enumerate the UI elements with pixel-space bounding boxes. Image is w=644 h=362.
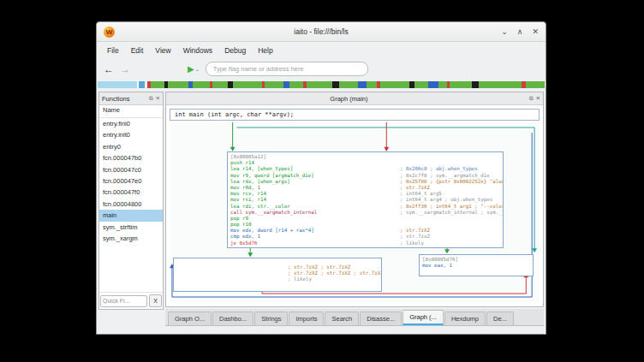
asm-line[interactable]: push r14 xyxy=(230,160,500,166)
asm-instruction[interactable]: je 0x5d76 xyxy=(230,240,257,246)
functions-panel: Functions ⧉ ✕ Name entry.fini0entry.init… xyxy=(98,92,164,310)
asm-instruction[interactable]: cmp edx, 1 xyxy=(230,234,260,239)
asm-instruction[interactable]: mov r8d, 1 xyxy=(230,185,260,190)
play-icon: ▶ xyxy=(188,64,194,74)
basic-block-target[interactable]: [0x00005d76] mov eax, 1 xyxy=(419,254,534,276)
asm-line[interactable]: lea rdi, str.__color; 0x2ff38 ; int64_t … xyxy=(230,204,500,210)
menu-item-file[interactable]: File xyxy=(101,45,125,56)
asm-line[interactable]: mov rsi, r14; int64_t arg4 ; obj.when_ty… xyxy=(230,197,500,203)
asm-instruction[interactable]: lea rdx, [when_args] xyxy=(230,179,290,184)
close-icon[interactable]: ✕ xyxy=(532,23,539,40)
seekbar-segment xyxy=(265,81,283,88)
titlebar[interactable]: W iaito - file:///bin/ls ⌄ ∧ ✕ xyxy=(97,22,546,42)
bottom-tab[interactable]: Graph (... xyxy=(402,310,444,325)
seekbar[interactable] xyxy=(98,81,545,88)
left-column: Functions ⧉ ✕ Name entry.fini0entry.init… xyxy=(98,90,164,334)
asm-instruction[interactable]: mov rsi, r14 xyxy=(230,197,266,202)
close-panel-icon[interactable]: ✕ xyxy=(536,95,540,102)
function-list-item[interactable]: entry0 xyxy=(99,141,163,152)
seekbar-segment xyxy=(450,81,472,88)
asm-line[interactable]: pop r9 xyxy=(230,216,500,222)
functions-list: entry.fini0entry.init0entry0fcn.000047b0… xyxy=(99,118,163,292)
seekbar-segment xyxy=(438,81,447,88)
basic-block-main[interactable]: [0x00005a12] push r14lea r14, [when_type… xyxy=(227,151,504,248)
function-list-item[interactable]: fcn.000047e0 xyxy=(99,175,163,187)
flag-search-input[interactable] xyxy=(206,62,368,76)
menu-item-edit[interactable]: Edit xyxy=(125,45,150,56)
bottom-tab[interactable]: Strings xyxy=(254,312,288,325)
asm-instruction[interactable]: mov r9, qword [argmatch_die] xyxy=(230,173,314,178)
asm-line[interactable]: mov r8d, 1; str.7zXZ xyxy=(230,185,500,191)
quick-filter-close-button[interactable]: X xyxy=(149,294,162,307)
asm-instruction[interactable]: lea r14, [when_types] xyxy=(230,166,293,171)
asm-line[interactable]: pop r10 xyxy=(230,222,500,228)
asm-line[interactable]: lea rdx, [when_args]; 0x25f00 ; {pstr 0x… xyxy=(230,179,500,185)
window-title: iaito - file:///bin/ls xyxy=(97,27,546,36)
asm-line[interactable]: mov eax, 1 xyxy=(422,263,452,268)
app-window: W iaito - file:///bin/ls ⌄ ∧ ✕ FileEditV… xyxy=(96,21,546,335)
basic-block-fallthrough[interactable]: ; str.7zXZ ; str.7zXZ; str.7zXZ ; str.7z… xyxy=(173,258,382,292)
asm-line[interactable]: cmp edx, 1; str.7zxZ xyxy=(230,234,500,240)
float-panel-icon[interactable]: ⧉ xyxy=(149,95,153,102)
asm-instruction[interactable]: call sym.__xargmatch_internal xyxy=(230,210,317,215)
asm-instruction[interactable]: push r14 xyxy=(230,160,254,165)
maximize-icon[interactable]: ∧ xyxy=(517,23,523,40)
asm-line[interactable]: mov rcx, r14; int64_t arg5 xyxy=(230,191,500,197)
seekbar-segment xyxy=(233,81,262,88)
function-list-item[interactable]: fcn.000047f0 xyxy=(99,187,163,198)
function-list-item[interactable]: fcn.000047b0 xyxy=(99,152,163,163)
bottom-tab[interactable]: Hexdump xyxy=(444,312,486,325)
menu-item-windows[interactable]: Windows xyxy=(177,45,218,56)
function-list-item[interactable]: sym._xargm xyxy=(99,233,163,244)
bottom-tab[interactable]: Disasse... xyxy=(360,312,402,325)
minimize-icon[interactable]: ⌄ xyxy=(501,23,508,40)
seekbar-segment xyxy=(339,81,358,88)
seekbar-segment xyxy=(504,81,522,88)
analyze-button[interactable]: ▶ ⌄ xyxy=(188,64,200,74)
seekbar-segment xyxy=(428,81,438,88)
asm-line[interactable]: call sym.__xargmatch_internal; sym.__xar… xyxy=(230,210,500,216)
seekbar-segment xyxy=(414,81,428,88)
float-panel-icon[interactable]: ⧉ xyxy=(529,95,534,102)
function-list-item[interactable]: main xyxy=(99,210,163,221)
asm-comment: ; str.7zXZ ; str.7zXZ xyxy=(176,264,379,270)
bottom-tab[interactable]: Imports xyxy=(289,312,324,325)
asm-instruction[interactable]: pop r10 xyxy=(230,222,251,227)
bottom-tabbar: Graph O...Dashbo...StringsImportsSearchD… xyxy=(165,309,544,326)
function-list-item[interactable]: sym._strftim xyxy=(99,222,163,233)
seekbar-segment xyxy=(479,81,504,88)
seekbar-segment xyxy=(526,81,545,88)
seekbar-segment xyxy=(307,81,332,88)
bottom-tab[interactable]: Dashbo... xyxy=(212,312,253,325)
bottom-tab[interactable]: Graph O... xyxy=(168,312,212,325)
quick-filter-input[interactable] xyxy=(100,295,147,307)
function-list-item[interactable]: entry.init0 xyxy=(99,129,163,140)
asm-comment: ; str.7zXZ xyxy=(400,228,430,234)
function-list-item[interactable]: entry.fini0 xyxy=(99,118,163,129)
graph-canvas[interactable]: [0x00005a12] push r14lea r14, [when_type… xyxy=(170,122,540,303)
close-panel-icon[interactable]: ✕ xyxy=(156,95,160,102)
asm-instruction[interactable]: lea rdi, str.__color xyxy=(230,204,290,209)
asm-instruction[interactable]: pop r9 xyxy=(230,216,248,221)
menu-item-view[interactable]: View xyxy=(149,45,176,56)
asm-line[interactable]: mov r9, qword [argmatch_die]; 0x2c7f0 ; … xyxy=(230,173,500,179)
graph-panel-title: Graph (main) xyxy=(169,95,529,103)
function-list-item[interactable]: fcn.00004800 xyxy=(99,199,163,210)
asm-instruction[interactable]: mov edx, dword [r14 + rax*4] xyxy=(230,228,314,233)
forward-icon[interactable]: → xyxy=(120,63,130,75)
asm-instruction[interactable]: mov rcx, r14 xyxy=(230,191,266,196)
asm-line[interactable]: je 0x5d76; likely xyxy=(230,240,500,246)
asm-line[interactable]: mov edx, dword [r14 + rax*4]; str.7zXZ xyxy=(230,228,500,234)
seekbar-segment xyxy=(380,81,409,88)
block-lines: ; str.7zXZ ; str.7zXZ; str.7zXZ ; str.7z… xyxy=(176,264,379,283)
bottom-tab[interactable]: Search xyxy=(325,312,359,325)
asm-line[interactable]: lea r14, [when_types]; 0x206c0 ; obj.whe… xyxy=(230,166,500,172)
menu-item-debug[interactable]: Debug xyxy=(218,45,252,56)
function-list-item[interactable]: fcn.000047c0 xyxy=(99,164,163,175)
back-icon[interactable]: ← xyxy=(104,63,114,75)
bottom-tab[interactable]: De... xyxy=(486,312,514,325)
asm-comment: ; sym.__xargmatch_internal ; sym.__xargm… xyxy=(400,210,504,216)
menu-item-help[interactable]: Help xyxy=(252,45,278,56)
menubar: FileEditViewWindowsDebugHelp xyxy=(97,42,546,58)
functions-column-header[interactable]: Name xyxy=(99,105,163,118)
